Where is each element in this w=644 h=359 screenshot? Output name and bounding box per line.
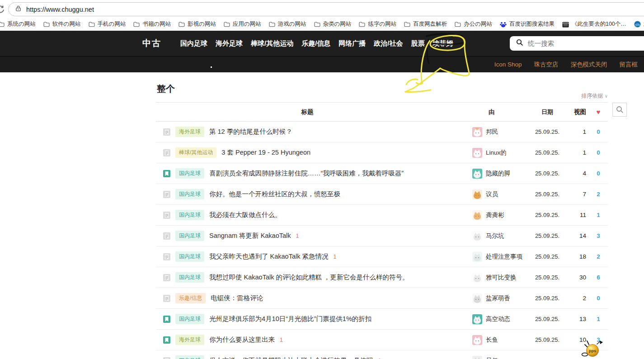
nav-item[interactable]: 股票 xyxy=(411,39,425,48)
category-badge[interactable]: 海外足球 xyxy=(175,335,204,345)
post-title[interactable]: 电锯侠：雷格评论 xyxy=(211,294,263,302)
author-name[interactable]: 邦民 xyxy=(486,128,498,136)
nav-item[interactable]: 海外足球 xyxy=(216,39,243,48)
avatar xyxy=(472,293,482,303)
post-title[interactable]: 光州足球俱乐部为4月10日“月光德比”门票提供1%的折扣 xyxy=(209,315,371,323)
table-row[interactable]: 国内足球 喜剧演员全宥成因肺静脉注射住院……“我呼吸困难，我戴着呼吸器” 隐藏的… xyxy=(156,163,608,184)
bookmark-item[interactable]: 应用の网站 xyxy=(224,20,261,28)
bookmark-item[interactable]: 系统の网站 xyxy=(0,20,36,28)
table-row[interactable]: 国内足球 我想过即使 KakaoTalk 的评论如此糟糕 ，更新它会是什么样的符… xyxy=(156,267,608,288)
author-name[interactable]: Linux的 xyxy=(486,149,507,157)
search-placeholder: 统一搜索 xyxy=(528,39,554,48)
post-title[interactable]: 你为什么要从这里出来 xyxy=(209,335,275,344)
post-title[interactable]: 你好。他是一个开粉丝社区的大叔，愤怒至极 xyxy=(209,190,340,198)
header-views: 视图 xyxy=(568,108,589,116)
reload-icon[interactable] xyxy=(0,5,5,14)
post-title[interactable]: 喜剧演员全宥成因肺静脉注射住院……“我呼吸困难，我戴着呼吸器” xyxy=(209,169,404,178)
bookmark-item[interactable]: 游戏の网站 xyxy=(269,20,306,28)
avatar xyxy=(472,252,482,262)
bookmark-label: 系统の网站 xyxy=(7,20,36,28)
bookmark-item[interactable]: 2025.5 xyxy=(634,21,644,28)
table-row[interactable]: 国内足球 保人交谈，你不就是想阻止让太联大众进行效果，具体吗 1 昌任 xyxy=(156,350,608,359)
subnav-link[interactable]: 深色模式关闭 xyxy=(571,61,607,69)
category-badge[interactable]: 乐趣/信息 xyxy=(175,293,206,303)
bookmark-item[interactable]: 书籍の网站 xyxy=(133,20,171,28)
table-row[interactable]: 国内足球 光州足球俱乐部为4月10日“月光德比”门票提供1%的折扣 高空动态 2… xyxy=(156,309,608,330)
author-name[interactable]: 长鱼 xyxy=(486,336,498,344)
category-badge[interactable]: 国内足球 xyxy=(175,189,204,199)
bookmark-item[interactable]: 手机の网站 xyxy=(89,20,126,28)
table-row[interactable]: 海外足球 第 12 季的结尾是什么时候？ 邦民 25.09.25. 1 0 xyxy=(156,122,608,142)
avatar xyxy=(472,335,482,345)
post-title[interactable]: 3 套 Pepper 19 - 25 Hyungeon xyxy=(221,148,310,157)
category-badge[interactable]: 国内足球 xyxy=(175,168,204,179)
post-title[interactable]: Sangnam 将更新 KakaoTalk xyxy=(209,231,291,240)
bookmark-item[interactable]: 百度网盘解析 xyxy=(404,20,447,28)
bookmark-item[interactable]: 软件の网站 xyxy=(43,20,81,28)
nav-item[interactable]: 乐趣/信息 xyxy=(301,39,330,48)
category-badge[interactable]: 海外足球 xyxy=(175,127,204,137)
author-name[interactable]: 龚龚彬 xyxy=(486,211,504,219)
nav-item[interactable]: 网络广播 xyxy=(338,39,366,48)
table-row[interactable]: 棒球/其他运动 3 套 Pepper 19 - 25 Hyungeon Linu… xyxy=(156,142,608,163)
post-type-icon xyxy=(163,295,170,302)
nav-item[interactable]: 政治/社会 xyxy=(374,39,403,48)
author-name[interactable]: 议员 xyxy=(486,190,498,198)
site-search-box[interactable]: 统一搜索 xyxy=(510,36,644,51)
globe-icon xyxy=(634,21,641,28)
bookmark-label: 书籍の网站 xyxy=(142,20,171,28)
table-search-button[interactable] xyxy=(612,103,627,117)
category-badge[interactable]: 国内足球 xyxy=(175,272,204,283)
category-badge[interactable]: 国内足球 xyxy=(175,314,204,324)
table-header-row: 标题 由 日期 视图 ♥ xyxy=(156,102,608,122)
comment-count: 1 xyxy=(378,358,381,359)
author-name[interactable]: 高空动态 xyxy=(486,315,510,323)
bookmark-item[interactable]: 练字の网站 xyxy=(359,20,396,28)
bookmark-item[interactable]: 杂类の网站 xyxy=(314,20,352,28)
author-name[interactable]: 昌任 xyxy=(486,357,498,359)
subnav-link[interactable]: 留言框 xyxy=(620,61,638,69)
author-name[interactable]: 处理注意事项 xyxy=(486,253,522,261)
author-name[interactable]: 雅可比变换 xyxy=(486,274,517,282)
category-badge[interactable]: 国内足球 xyxy=(175,251,204,262)
post-title[interactable]: 我想过即使 KakaoTalk 的评论如此糟糕 ，更新它会是什么样的符号。 xyxy=(209,273,409,282)
post-title[interactable]: 保人交谈，你不就是想阻止让太联大众进行效果，具体吗 xyxy=(209,356,373,359)
subnav-link[interactable]: 珠古空店 xyxy=(534,61,559,69)
post-date: 25.09.25. xyxy=(526,232,568,239)
site-logo[interactable]: 中古 xyxy=(142,38,161,49)
folder-icon xyxy=(314,21,320,27)
bookmark-item[interactable]: 办公の网站 xyxy=(455,20,492,28)
table-row[interactable]: 国内足球 Sangnam 将更新 KakaoTalk 1 马尔坑 25.09.2… xyxy=(156,226,608,246)
category-badge[interactable]: 国内足球 xyxy=(175,231,204,241)
post-type-icon xyxy=(163,336,170,344)
site-navbar: 中古 国内足球海外足球棒球/其他运动乐趣/信息网络广播政治/社会股票埃菲姆 统一… xyxy=(0,31,644,56)
post-type-icon xyxy=(163,212,170,219)
author-name[interactable]: 马尔坑 xyxy=(486,232,504,240)
category-badge[interactable]: 国内足球 xyxy=(175,210,204,220)
category-badge[interactable]: 国内足球 xyxy=(175,355,204,359)
post-title[interactable]: 我父亲昨天也遇到了 KakaoTalk 紧急情况 xyxy=(209,252,328,261)
url-text[interactable]: https://www.chuggu.net xyxy=(26,6,94,13)
sort-dropdown[interactable]: 排序依据 ∨ xyxy=(581,92,608,100)
post-title[interactable]: 我必须在大阪做点什么。 xyxy=(209,211,282,219)
address-bar[interactable]: https://www.chuggu.net xyxy=(8,2,644,16)
nav-item[interactable]: 国内足球 xyxy=(180,39,207,48)
nav-item[interactable]: 棒球/其他运动 xyxy=(251,39,293,48)
author-name[interactable]: 盐冢萌香 xyxy=(486,294,510,302)
bookmark-item[interactable]: 《此生要去的100个… xyxy=(562,20,626,28)
table-row[interactable]: 乐趣/信息 电锯侠：雷格评论 盐冢萌香 25.09.25. 2 0 xyxy=(156,288,608,309)
category-badge[interactable]: 棒球/其他运动 xyxy=(175,147,216,158)
author-name[interactable]: 隐藏的脚 xyxy=(486,170,510,178)
table-row[interactable]: 国内足球 我父亲昨天也遇到了 KakaoTalk 紧急情况 1 处理注意事项 2… xyxy=(156,246,608,267)
post-title[interactable]: 第 12 季的结尾是什么时候？ xyxy=(209,128,292,136)
table-row[interactable]: 国内足球 我必须在大阪做点什么。 龚龚彬 25.09.25. 11 1 xyxy=(156,205,608,226)
post-date: 25.09.25. xyxy=(526,316,568,322)
view-count: 30 xyxy=(568,274,589,281)
bookmark-item[interactable]: 影视の网站 xyxy=(179,20,216,28)
nav-item[interactable]: 埃菲姆 xyxy=(433,39,453,48)
comment-count: 1 xyxy=(333,254,336,260)
table-row[interactable]: 国内足球 你好。他是一个开粉丝社区的大叔，愤怒至极 议员 25.09.25. 7… xyxy=(156,184,608,205)
subnav-link[interactable]: Icon Shop xyxy=(494,61,522,68)
bookmark-item[interactable]: 百度识图搜索结果 xyxy=(500,20,555,28)
table-row[interactable]: 海外足球 你为什么要从这里出来 1 长鱼 25.09.25. 10 3 xyxy=(156,330,608,350)
